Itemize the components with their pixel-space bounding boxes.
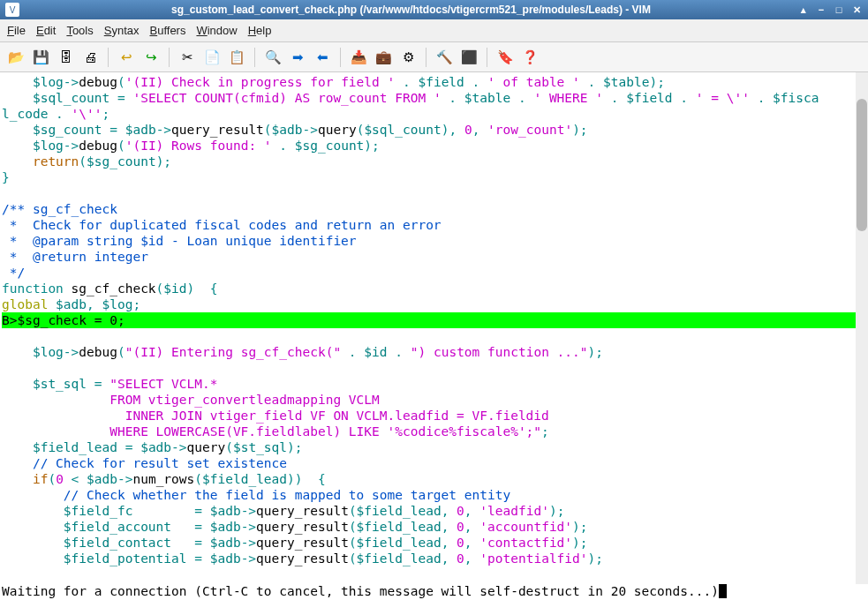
menu-syntax[interactable]: Syntax	[104, 24, 140, 37]
close-button[interactable]: ✕	[850, 4, 863, 16]
window-title: sg_custom_lead_convert_check.php (/var/w…	[25, 4, 797, 16]
separator	[487, 48, 487, 67]
findnext-icon[interactable]: ➡	[287, 47, 308, 68]
separator	[254, 48, 255, 67]
saveall-icon[interactable]: 🗄	[55, 47, 76, 68]
separator	[108, 48, 109, 67]
save-icon[interactable]: 💾	[30, 47, 51, 68]
code-content[interactable]: $log->debug('(II) Check in progress for …	[0, 72, 868, 566]
findprev-icon[interactable]: ⬅	[312, 47, 333, 68]
menu-edit[interactable]: Edit	[36, 24, 56, 37]
breakpoint-line: B>$sg_check = 0;	[2, 312, 857, 328]
window-titlebar: V sg_custom_lead_convert_check.php (/var…	[0, 0, 868, 19]
make-icon[interactable]: 🔨	[434, 47, 455, 68]
rollup-button[interactable]: ▴	[797, 4, 810, 16]
menu-buffers[interactable]: Buffers	[149, 24, 185, 37]
status-bar: Waiting for a connection (Ctrl-C to canc…	[0, 584, 868, 598]
scrollbar[interactable]	[856, 72, 868, 584]
minimize-button[interactable]: −	[815, 4, 827, 16]
copy-icon[interactable]: 📄	[201, 47, 223, 68]
redo-icon[interactable]: ↪	[140, 47, 162, 68]
toolbar: 📂 💾 🗄 🖨 ↩ ↪ ✂ 📄 📋 🔍 ➡ ⬅ 📥 💼 ⚙ 🔨 ⬛ 🔖 ❓	[0, 42, 868, 72]
menu-help[interactable]: Help	[248, 24, 272, 37]
open-icon[interactable]: 📂	[5, 47, 26, 68]
help-icon[interactable]: ❓	[519, 47, 540, 68]
savesess-icon[interactable]: 💼	[373, 47, 394, 68]
cursor-icon	[719, 584, 727, 598]
maximize-button[interactable]: □	[833, 4, 845, 16]
editor-area[interactable]: $log->debug('(II) Check in progress for …	[0, 72, 868, 584]
undo-icon[interactable]: ↩	[116, 47, 137, 68]
separator	[169, 48, 170, 67]
menu-window[interactable]: Window	[196, 24, 237, 37]
paste-icon[interactable]: 📋	[226, 47, 247, 68]
menu-file[interactable]: File	[7, 24, 26, 37]
tags-icon[interactable]: 🔖	[494, 47, 516, 68]
app-icon: V	[5, 3, 19, 17]
runscript-icon[interactable]: ⚙	[397, 47, 419, 68]
cut-icon[interactable]: ✂	[177, 47, 198, 68]
loadsess-icon[interactable]: 📥	[348, 47, 369, 68]
status-message: Waiting for a connection (Ctrl-C to canc…	[2, 584, 719, 598]
menu-tools[interactable]: Tools	[66, 24, 93, 37]
shell-icon[interactable]: ⬛	[458, 47, 479, 68]
separator	[426, 48, 426, 67]
scrollbar-thumb[interactable]	[857, 99, 867, 231]
print-icon[interactable]: 🖨	[79, 47, 101, 68]
separator	[340, 48, 341, 67]
replace-icon[interactable]: 🔍	[262, 47, 283, 68]
menubar: File Edit Tools Syntax Buffers Window He…	[0, 19, 868, 42]
